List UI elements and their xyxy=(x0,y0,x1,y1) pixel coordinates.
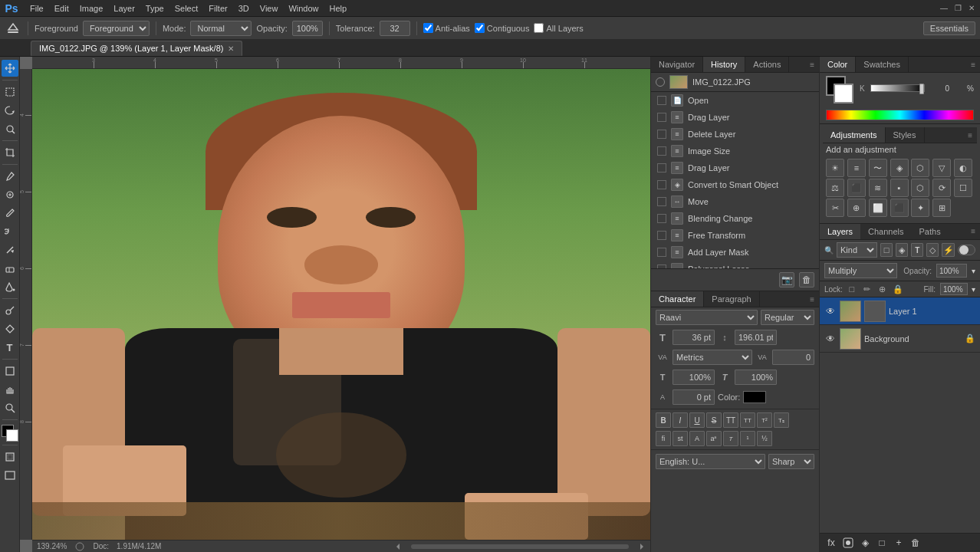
layer-item-1[interactable]: 👁 Layer 1 xyxy=(820,297,980,325)
underline-btn[interactable]: U xyxy=(689,412,705,428)
all-layers-checkbox[interactable] xyxy=(534,23,544,33)
maximize-button[interactable]: ❐ xyxy=(952,3,963,14)
adj-curves-btn[interactable]: 〜 xyxy=(869,159,887,177)
tool-brush[interactable] xyxy=(2,205,18,222)
layer-delete-button[interactable]: 🗑 xyxy=(909,536,922,550)
tool-eyedropper[interactable] xyxy=(2,168,18,185)
history-item-drag-layer-2[interactable]: ≡ Drag Layer xyxy=(651,159,819,176)
menu-3d[interactable]: 3D xyxy=(233,2,255,15)
history-item-move[interactable]: ↔ Move xyxy=(651,193,819,210)
tab-character[interactable]: Character xyxy=(651,291,704,307)
history-item-open[interactable]: 📄 Open xyxy=(651,92,819,109)
baseline-input[interactable] xyxy=(673,389,715,405)
tracking-input[interactable] xyxy=(772,350,814,365)
layer-1-mask-thumb[interactable] xyxy=(864,301,886,322)
adj-huesat-btn[interactable]: ▽ xyxy=(932,159,951,177)
ordinals-btn[interactable]: aᵃ xyxy=(706,431,722,446)
layer-filter-type-btn[interactable]: T xyxy=(911,243,923,257)
document-tab[interactable]: IMG_0122.JPG @ 139% (Layer 1, Layer Mask… xyxy=(31,41,242,56)
history-item-blending[interactable]: ≡ Blending Change xyxy=(651,210,819,227)
menu-layer[interactable]: Layer xyxy=(108,2,140,15)
adj-brightness-btn[interactable]: ☀ xyxy=(826,159,844,177)
tool-paint-bucket[interactable] xyxy=(2,278,18,295)
history-item-transform[interactable]: ≡ Free Transform xyxy=(651,227,819,244)
anti-alias-checkbox[interactable] xyxy=(423,23,433,33)
layer-mask-button[interactable] xyxy=(841,536,855,550)
tab-swatches[interactable]: Swatches xyxy=(856,57,909,72)
v-scale-input[interactable] xyxy=(673,370,715,385)
tab-styles[interactable]: Styles xyxy=(886,127,925,143)
adj-invert-btn[interactable]: ⬡ xyxy=(911,179,929,197)
adj-posterize-btn[interactable]: ⟳ xyxy=(932,179,951,197)
scroll-right-icon[interactable] xyxy=(638,543,646,550)
layer-filter-shape-btn[interactable]: ◇ xyxy=(926,243,939,257)
character-panel-menu[interactable]: ≡ xyxy=(805,295,819,304)
titling-btn[interactable]: ¹ xyxy=(740,431,755,446)
menu-edit[interactable]: Edit xyxy=(49,2,74,15)
adj-extra2-btn[interactable]: ⬛ xyxy=(890,199,909,217)
adj-bw-btn[interactable]: ⚖ xyxy=(826,179,844,197)
tool-marquee[interactable] xyxy=(2,84,18,100)
menu-view[interactable]: View xyxy=(255,2,284,15)
menu-image[interactable]: Image xyxy=(74,2,109,15)
leading-input[interactable] xyxy=(735,330,777,345)
adj-gradient-btn[interactable]: ✂ xyxy=(826,199,844,217)
adj-extra1-btn[interactable]: ⬜ xyxy=(869,199,887,217)
tool-eraser[interactable] xyxy=(2,260,18,277)
tab-history[interactable]: History xyxy=(703,57,745,72)
essentials-button[interactable]: Essentials xyxy=(923,21,975,35)
close-button[interactable]: ✕ xyxy=(966,3,977,14)
layer-item-background[interactable]: 👁 Background 🔒 xyxy=(820,325,980,353)
tool-dodge[interactable] xyxy=(2,302,18,319)
subscript-btn[interactable]: T₂ xyxy=(774,412,789,428)
menu-window[interactable]: Window xyxy=(283,2,324,15)
tab-channels[interactable]: Channels xyxy=(860,224,911,239)
layer-adjustment-button[interactable]: ◈ xyxy=(858,536,872,550)
tool-crop[interactable] xyxy=(2,144,18,161)
adj-vibrance-btn[interactable]: ⬡ xyxy=(911,159,929,177)
tool-spot-heal[interactable] xyxy=(2,186,18,203)
blend-mode-select[interactable]: Multiply xyxy=(824,263,897,278)
bg-color-swatch[interactable] xyxy=(834,84,853,104)
strikethrough-btn[interactable]: S xyxy=(706,412,722,428)
tool-zoom[interactable] xyxy=(2,399,18,416)
tool-clone[interactable] xyxy=(2,223,18,240)
lock-pixels-btn[interactable]: □ xyxy=(846,283,858,295)
adj-levels-btn[interactable]: ≡ xyxy=(847,159,866,177)
menu-file[interactable]: File xyxy=(25,2,49,15)
tool-text[interactable]: T xyxy=(2,339,18,356)
font-size-input[interactable] xyxy=(673,330,715,345)
adj-extra4-btn[interactable]: ⊞ xyxy=(932,199,951,217)
layer-filter-toggle[interactable] xyxy=(958,245,975,255)
layer-fx-button[interactable]: fx xyxy=(824,536,838,550)
opacity-arrow[interactable]: ▾ xyxy=(972,267,975,275)
adj-selectivecolor-btn[interactable]: ⊕ xyxy=(847,199,866,217)
swash-btn[interactable]: T xyxy=(723,431,738,446)
background-color-swatch[interactable] xyxy=(6,429,18,442)
tab-color[interactable]: Color xyxy=(820,57,856,72)
tool-shape[interactable] xyxy=(2,363,18,380)
color-spectrum[interactable] xyxy=(826,110,974,120)
fill-input[interactable] xyxy=(940,283,968,295)
layer-1-visibility[interactable]: 👁 xyxy=(824,305,837,317)
scroll-track[interactable] xyxy=(411,544,629,549)
scroll-left-icon[interactable] xyxy=(394,543,402,550)
k-slider-track[interactable] xyxy=(870,84,925,92)
history-item-smart-object[interactable]: ◈ Convert to Smart Object xyxy=(651,176,819,193)
history-item-delete-layer[interactable]: ≡ Delete Layer xyxy=(651,126,819,143)
history-item-lasso[interactable]: ⌓ Polygonal Lasso xyxy=(651,261,819,268)
tolerance-input[interactable] xyxy=(380,21,410,36)
adj-colorlookup-btn[interactable]: ▪ xyxy=(890,179,909,197)
tool-quick-select[interactable] xyxy=(2,120,18,137)
opacity-input[interactable] xyxy=(936,264,967,278)
tool-lasso[interactable] xyxy=(2,102,18,119)
tab-paragraph[interactable]: Paragraph xyxy=(704,291,759,307)
lock-position-btn[interactable]: ✏ xyxy=(861,283,873,295)
kerning-select[interactable]: Metrics xyxy=(673,350,752,365)
menu-filter[interactable]: Filter xyxy=(203,2,232,15)
font-family-select[interactable]: Raavi xyxy=(656,310,758,325)
history-panel-close[interactable]: ≡ xyxy=(805,61,819,69)
adj-panel-menu[interactable]: ≡ xyxy=(963,131,977,140)
discretionary-btn[interactable]: A xyxy=(689,431,705,446)
adj-channelmixer-btn[interactable]: ≋ xyxy=(869,179,887,197)
